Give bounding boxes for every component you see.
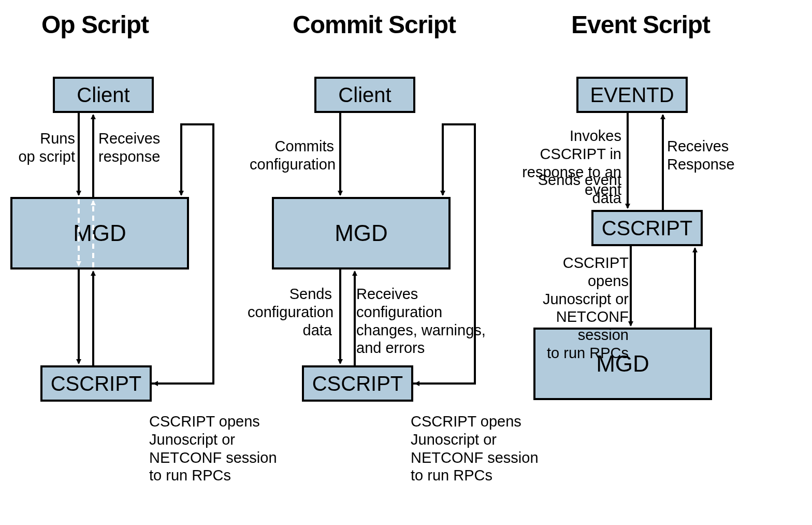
op-cscript-opens-label: CSCRIPT opens Junoscript or NETCONF sess… bbox=[149, 413, 277, 485]
diagram-container: Op Script Commit Script Event Script Cli… bbox=[10, 10, 802, 515]
op-cscript-box: CSCRIPT bbox=[40, 365, 152, 402]
event-sends-data-label: Sends event data bbox=[523, 171, 621, 207]
commit-cscript-box: CSCRIPT bbox=[302, 365, 413, 402]
event-cscript-box: CSCRIPT bbox=[591, 210, 703, 246]
commit-sends-label: Sends configuration data bbox=[248, 285, 332, 339]
event-opens-label: CSCRIPT opens Junoscript or NETCONF sess… bbox=[530, 254, 629, 362]
commit-client-box: Client bbox=[314, 77, 415, 113]
op-mgd-box: MGD bbox=[10, 197, 189, 269]
commit-receives-label: Receives configuration changes, warnings… bbox=[356, 285, 486, 357]
commit-mgd-box: MGD bbox=[272, 197, 451, 269]
commit-commits-label: Commits configuration bbox=[250, 137, 334, 174]
commit-cscript-opens-label: CSCRIPT opens Junoscript or NETCONF sess… bbox=[411, 413, 539, 485]
section-title-event: Event Script bbox=[571, 10, 710, 39]
section-title-commit: Commit Script bbox=[293, 10, 456, 39]
event-receives-label: Receives Response bbox=[667, 137, 735, 174]
section-title-op: Op Script bbox=[41, 10, 149, 39]
op-receives-label: Receives response bbox=[98, 130, 160, 166]
event-eventd-box: EVENTD bbox=[576, 77, 688, 113]
op-runs-label: Runs op script bbox=[10, 130, 75, 166]
op-client-box: Client bbox=[53, 77, 154, 113]
